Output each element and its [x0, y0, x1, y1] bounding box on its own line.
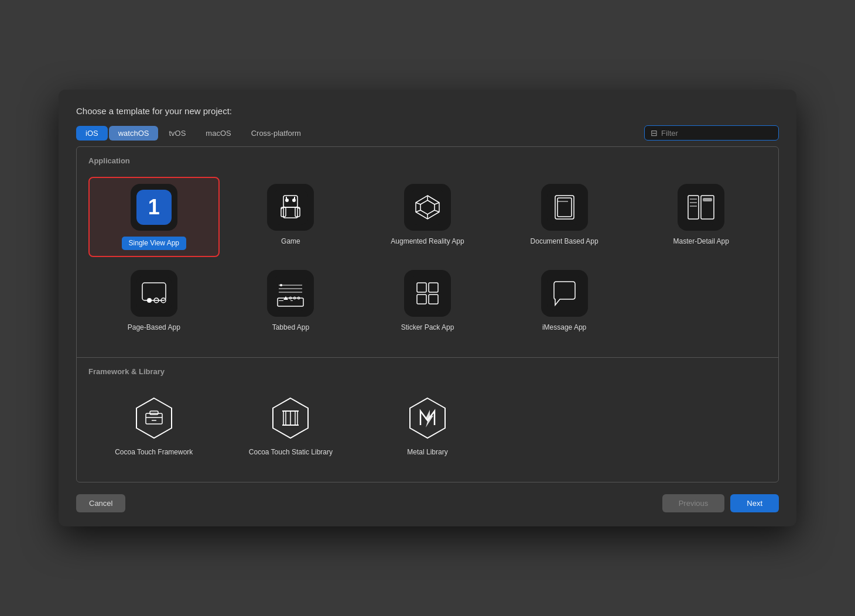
- svg-rect-53: [547, 276, 582, 311]
- cocoa-touch-static-library-icon-wrap: [267, 395, 314, 442]
- svg-rect-31: [136, 276, 172, 311]
- svg-marker-67: [425, 410, 433, 427]
- svg-rect-20: [547, 190, 582, 225]
- svg-rect-47: [290, 300, 293, 301]
- master-detail-app-icon: [683, 190, 719, 225]
- game-icon: [273, 190, 308, 225]
- tab-macos[interactable]: macOS: [196, 126, 240, 141]
- tabbed-app-label: Tabbed App: [272, 323, 309, 333]
- tabbed-app-icon-wrap: [267, 270, 314, 317]
- template-game[interactable]: Game: [225, 177, 357, 257]
- svg-rect-57: [150, 411, 158, 415]
- cocoa-touch-framework-label: Cocoa Touch Framework: [115, 447, 193, 457]
- svg-rect-4: [286, 197, 287, 199]
- footer-right: Previous Next: [662, 494, 779, 512]
- master-detail-app-label: Master-Detail App: [673, 237, 729, 247]
- svg-rect-46: [279, 300, 283, 301]
- tab-bar-left: iOS watchOS tvOS macOS Cross-platform: [76, 126, 644, 141]
- template-sticker-pack-app[interactable]: Sticker Pack App: [362, 263, 493, 340]
- ar-app-icon: [410, 190, 445, 225]
- application-section: Application 1 Single View App: [77, 147, 778, 357]
- tab-bar: iOS watchOS tvOS macOS Cross-platform ⊟: [76, 125, 779, 141]
- template-single-view-app[interactable]: 1 Single View App: [88, 177, 220, 257]
- sticker-pack-app-icon: [410, 276, 445, 311]
- content-area: Application 1 Single View App: [76, 146, 779, 482]
- framework-library-section-title: Framework & Library: [77, 364, 778, 382]
- template-metal-library[interactable]: Metal Library: [362, 388, 493, 464]
- tabbed-app-icon: [273, 276, 308, 311]
- new-project-dialog: Choose a template for your new project: …: [59, 90, 796, 526]
- svg-point-45: [280, 284, 282, 286]
- document-app-icon: [547, 190, 582, 225]
- template-ar-app[interactable]: Augmented Reality App: [362, 177, 493, 257]
- tab-watchos[interactable]: watchOS: [109, 126, 159, 141]
- template-cocoa-touch-static-library[interactable]: Cocoa Touch Static Library: [225, 388, 357, 464]
- cocoa-touch-framework-icon: [131, 395, 177, 442]
- sticker-pack-app-label: Sticker Pack App: [401, 323, 454, 333]
- document-app-icon-wrap: [541, 184, 588, 231]
- filter-icon: ⊟: [651, 128, 658, 138]
- template-document-app[interactable]: Document Based App: [499, 177, 630, 257]
- cocoa-touch-framework-icon-wrap: [131, 395, 177, 442]
- cocoa-touch-static-library-label: Cocoa Touch Static Library: [249, 447, 333, 457]
- single-view-app-label: Single View App: [122, 237, 187, 250]
- filter-input[interactable]: [661, 129, 772, 138]
- imessage-app-label: iMessage App: [542, 323, 586, 333]
- metal-library-icon-wrap: [404, 395, 451, 442]
- page-based-app-label: Page-Based App: [128, 323, 180, 333]
- cocoa-touch-static-library-icon: [267, 395, 314, 442]
- tab-ios[interactable]: iOS: [76, 126, 108, 141]
- metal-library-label: Metal Library: [407, 447, 447, 457]
- dialog-title: Choose a template for your new project:: [76, 106, 779, 116]
- page-based-app-icon-wrap: [131, 270, 177, 317]
- filter-box: ⊟: [644, 125, 779, 141]
- tab-tvos[interactable]: tvOS: [159, 126, 195, 141]
- svg-rect-11: [410, 190, 445, 225]
- application-section-title: Application: [77, 153, 778, 171]
- template-page-based-app[interactable]: Page-Based App: [88, 263, 220, 340]
- imessage-app-icon-wrap: [541, 270, 588, 317]
- game-label: Game: [281, 237, 300, 247]
- document-app-label: Document Based App: [531, 237, 598, 247]
- single-view-app-icon-wrap: 1: [131, 184, 177, 231]
- sticker-pack-app-icon-wrap: [404, 270, 451, 317]
- framework-library-section: Framework & Library: [77, 358, 778, 482]
- svg-rect-5: [294, 197, 295, 199]
- cancel-button[interactable]: Cancel: [76, 494, 125, 512]
- single-view-app-icon: 1: [136, 190, 172, 225]
- framework-library-template-grid: Cocoa Touch Framework: [77, 382, 778, 476]
- dialog-footer: Cancel Previous Next: [76, 494, 779, 512]
- imessage-app-icon: [547, 276, 582, 311]
- ar-app-icon-wrap: [404, 184, 451, 231]
- template-tabbed-app[interactable]: Tabbed App: [225, 263, 357, 340]
- metal-library-icon: [404, 395, 451, 442]
- template-cocoa-touch-framework[interactable]: Cocoa Touch Framework: [88, 388, 220, 464]
- page-based-app-icon: [136, 276, 172, 311]
- template-master-detail-app[interactable]: Master-Detail App: [635, 177, 767, 257]
- svg-marker-54: [136, 398, 172, 438]
- master-detail-app-icon-wrap: [678, 184, 724, 231]
- previous-button[interactable]: Previous: [662, 494, 725, 512]
- application-template-grid: 1 Single View App: [77, 171, 778, 351]
- tab-cross-platform[interactable]: Cross-platform: [242, 126, 310, 141]
- next-button[interactable]: Next: [730, 494, 779, 512]
- svg-rect-30: [703, 198, 712, 201]
- template-imessage-app[interactable]: iMessage App: [499, 263, 630, 340]
- game-icon-wrap: [267, 184, 314, 231]
- svg-rect-48: [410, 276, 445, 311]
- ar-app-label: Augmented Reality App: [391, 237, 464, 247]
